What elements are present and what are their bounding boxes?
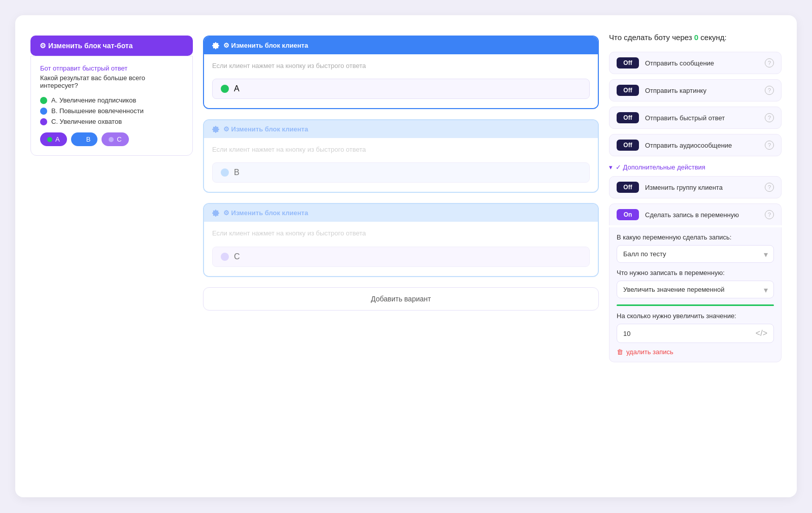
client-block-b-header[interactable]: ⚙ Изменить блок клиента [204, 120, 598, 138]
answer-btn-a[interactable]: A [40, 132, 67, 146]
increase-by-input[interactable] [623, 330, 756, 337]
client-block-c-header-label: ⚙ Изменить блок клиента [223, 209, 308, 217]
option-dot-a [221, 85, 229, 93]
dot-green-icon [40, 97, 47, 104]
answer-btn-b[interactable]: B [71, 132, 98, 146]
bot-action-text: Бот отправит быстрый ответ [40, 64, 183, 72]
client-block-a: ⚙ Изменить блок клиента Если клиент нажм… [203, 36, 599, 109]
trash-icon: 🗑 [617, 348, 623, 356]
send-message-action: Off Отправить сообщение ? [609, 52, 782, 74]
client-block-a-header[interactable]: ⚙ Изменить блок клиента [204, 37, 598, 54]
change-group-toggle[interactable]: Off [617, 182, 639, 193]
list-item: В. Повышение вовлеченности [40, 107, 183, 115]
send-image-help[interactable]: ? [765, 86, 774, 95]
main-container: ⚙ Изменить блок чат-бота Бот отправит бы… [15, 15, 797, 497]
option-text-c: С. Увеличение охватов [51, 118, 122, 125]
chatbot-block: ⚙ Изменить блок чат-бота Бот отправит бы… [30, 36, 193, 482]
client-option-a-row[interactable]: А [212, 79, 590, 99]
right-panel-title: Что сделать боту через 0 секунд: [609, 33, 782, 42]
gear-icon [212, 210, 219, 217]
answer-a-label: A [55, 135, 60, 143]
dot-purple-icon [40, 118, 47, 125]
option-dot-c [221, 253, 229, 261]
send-message-label: Отправить сообщение [645, 59, 759, 67]
answer-c-label: C [117, 135, 121, 143]
client-block-c-header[interactable]: ⚙ Изменить блок клиента [204, 204, 598, 222]
client-block-b: ⚙ Изменить блок клиента Если клиент нажм… [203, 119, 599, 193]
middle-panels: ⚙ Изменить блок клиента Если клиент нажм… [203, 36, 599, 482]
increase-by-input-row: </> [617, 324, 774, 343]
send-image-label: Отправить картинку [645, 87, 759, 94]
variable-section: В какую переменную сделать запись: Балл … [609, 227, 782, 362]
options-list: А. Увеличение подписчиков В. Повышение в… [40, 96, 183, 125]
option-letter-b: В [234, 168, 240, 177]
client-block-b-header-label: ⚙ Изменить блок клиента [223, 125, 308, 133]
additional-section-header[interactable]: ▾ ✓ Дополнительные действия [609, 163, 782, 171]
what-to-write-select[interactable]: Увеличить значение переменной [617, 281, 774, 298]
change-group-help[interactable]: ? [765, 183, 774, 192]
seconds-value: 0 [694, 33, 698, 42]
list-item: А. Увеличение подписчиков [40, 96, 183, 104]
dot-blue-icon [40, 108, 47, 115]
list-item: С. Увеличение охватов [40, 118, 183, 125]
answer-b-label: B [86, 135, 91, 143]
send-image-action: Off Отправить картинку ? [609, 79, 782, 101]
client-option-c-row[interactable]: С [212, 247, 590, 267]
send-image-toggle[interactable]: Off [617, 85, 639, 96]
client-block-c-body: Если клиент нажмет на кнопку из быстрого… [204, 222, 598, 276]
write-var-action: On Сделать запись в переменную ? [609, 203, 782, 225]
client-block-c: ⚙ Изменить блок клиента Если клиент нажм… [203, 203, 599, 277]
send-audio-action: Off Отправить аудиосообщение ? [609, 134, 782, 156]
client-block-b-body: Если клиент нажмет на кнопку из быстрого… [204, 138, 598, 192]
option-text-a: А. Увеличение подписчиков [51, 96, 136, 104]
add-variant-button[interactable]: Добавить вариант [203, 287, 599, 311]
which-var-label: В какую переменную сделать запись: [617, 233, 774, 241]
send-audio-toggle[interactable]: Off [617, 140, 639, 151]
what-to-write-label: Что нужно записать в переменную: [617, 269, 774, 277]
code-icon[interactable]: </> [756, 329, 767, 338]
send-quick-toggle[interactable]: Off [617, 112, 639, 123]
gear-icon [212, 126, 219, 133]
which-var-select-wrapper: Балл по тесту [617, 245, 774, 263]
write-var-label: Сделать запись в переменную [645, 211, 759, 219]
client-block-b-hint: Если клиент нажмет на кнопку из быстрого… [212, 145, 590, 154]
what-to-write-select-wrapper: Увеличить значение переменной [617, 281, 774, 298]
option-dot-b [221, 168, 229, 177]
dot-c-icon [109, 137, 114, 142]
change-group-action: Off Изменить группу клиента ? [609, 176, 782, 198]
additional-section-label: ✓ Дополнительные действия [616, 163, 705, 171]
write-var-help[interactable]: ? [765, 210, 774, 219]
send-message-toggle[interactable]: Off [617, 57, 639, 69]
send-quick-label: Отправить быстрый ответ [645, 114, 759, 122]
write-var-toggle[interactable]: On [617, 209, 639, 220]
delete-record-button[interactable]: 🗑 удалить запись [617, 348, 673, 356]
which-var-select[interactable]: Балл по тесту [617, 245, 774, 263]
client-option-b-row[interactable]: В [212, 162, 590, 183]
send-audio-help[interactable]: ? [765, 141, 774, 150]
answer-buttons: A B C [40, 132, 183, 146]
dot-a-icon [47, 137, 52, 142]
send-quick-action: Off Отправить быстрый ответ ? [609, 107, 782, 129]
option-letter-a: А [234, 84, 240, 93]
bot-subtitle: Какой результат вас больше всего интерес… [40, 74, 183, 89]
gear-icon [212, 42, 219, 49]
option-text-b: В. Повышение вовлеченности [51, 107, 144, 115]
green-underline [617, 304, 774, 306]
chevron-down-icon: ▾ [609, 163, 613, 171]
increase-by-label: На сколько нужно увеличить значение: [617, 312, 774, 320]
send-audio-label: Отправить аудиосообщение [645, 142, 759, 149]
change-group-label: Изменить группу клиента [645, 184, 759, 191]
chatbot-block-body: Бот отправит быстрый ответ Какой результ… [30, 56, 193, 156]
client-block-a-body: Если клиент нажмет на кнопку из быстрого… [204, 54, 598, 108]
client-block-a-hint: Если клиент нажмет на кнопку из быстрого… [212, 61, 590, 71]
delete-record-label: удалить запись [626, 348, 673, 356]
client-block-c-hint: Если клиент нажмет на кнопку из быстрого… [212, 229, 590, 238]
option-letter-c: С [234, 252, 240, 261]
right-panel: Что сделать боту через 0 секунд: Off Отп… [609, 30, 782, 482]
chatbot-block-header[interactable]: ⚙ Изменить блок чат-бота [30, 36, 193, 56]
send-message-help[interactable]: ? [765, 58, 774, 67]
client-block-a-header-label: ⚙ Изменить блок клиента [223, 42, 308, 49]
dot-b-icon [78, 137, 83, 142]
answer-btn-c[interactable]: C [101, 132, 128, 146]
send-quick-help[interactable]: ? [765, 113, 774, 122]
